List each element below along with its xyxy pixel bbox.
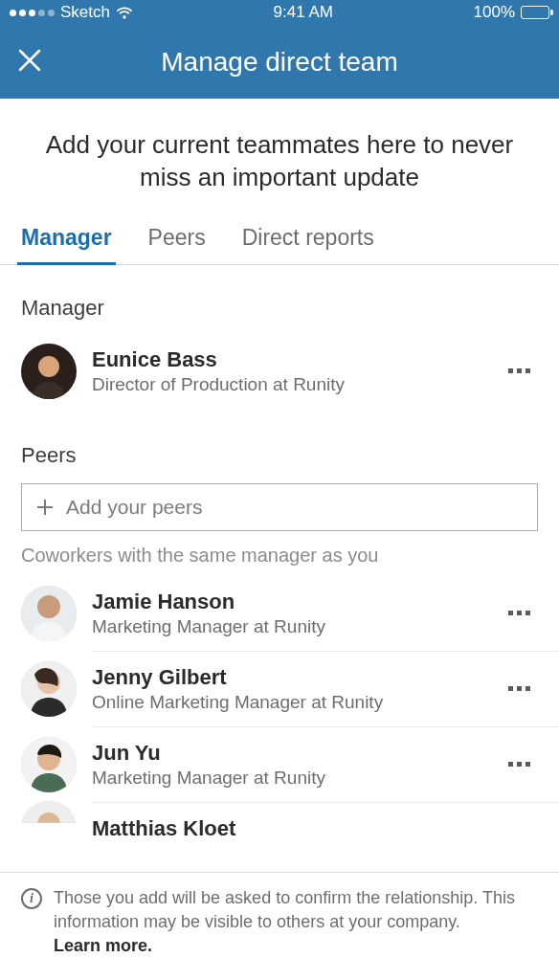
more-button[interactable] (501, 754, 538, 774)
carrier-label: Sketch (60, 3, 110, 22)
more-button[interactable] (501, 679, 538, 699)
person-name: Matthias Kloet (92, 816, 538, 841)
avatar (21, 801, 77, 857)
tab-manager[interactable]: Manager (19, 215, 114, 264)
footer-line1: Those you add will be asked to confirm t… (54, 888, 478, 907)
app-header: Sketch 9:41 AM 100% Manage direct team (0, 0, 559, 99)
avatar (21, 661, 77, 717)
person-title: Marketing Manager at Runity (92, 768, 485, 789)
status-right: 100% (474, 3, 549, 22)
section-label-manager: Manager (0, 265, 559, 330)
plus-icon (35, 498, 55, 517)
list-item[interactable]: Jamie Hanson Marketing Manager at Runity (92, 576, 559, 652)
person-title: Online Marketing Manager at Runity (92, 692, 485, 713)
peer-list: Jamie Hanson Marketing Manager at Runity… (0, 576, 559, 855)
info-icon: i (21, 888, 42, 909)
section-label-peers: Peers (0, 412, 559, 478)
tabs: Manager Peers Direct reports (0, 215, 559, 265)
person-name: Eunice Bass (92, 347, 485, 372)
add-peers-input[interactable]: Add your peers (21, 483, 538, 531)
more-button[interactable] (501, 603, 538, 623)
svg-rect-8 (21, 801, 77, 857)
avatar (21, 586, 77, 641)
status-bar: Sketch 9:41 AM 100% (0, 0, 559, 25)
status-left: Sketch (10, 3, 133, 22)
person-title: Marketing Manager at Runity (92, 616, 485, 637)
wifi-icon (116, 7, 133, 19)
avatar (21, 344, 77, 399)
svg-point-1 (38, 356, 59, 377)
person-name: Jamie Hanson (92, 590, 485, 614)
learn-more-link[interactable]: Learn more. (54, 936, 152, 955)
add-placeholder: Add your peers (66, 496, 202, 519)
close-button[interactable] (17, 48, 42, 77)
battery-pct: 100% (474, 3, 515, 22)
svg-point-3 (37, 595, 60, 618)
person-text: Eunice Bass Director of Production at Ru… (92, 347, 485, 395)
person-text: Jenny Gilbert Online Marketing Manager a… (92, 665, 485, 713)
peers-subtext: Coworkers with the same manager as you (0, 541, 559, 570)
signal-dots-icon (10, 10, 55, 16)
list-item[interactable]: Jun Yu Marketing Manager at Runity (92, 727, 559, 803)
avatar (21, 737, 77, 792)
svg-point-9 (37, 813, 60, 835)
footer-text: Those you add will be asked to confirm t… (54, 886, 538, 967)
tab-direct-reports[interactable]: Direct reports (240, 215, 376, 264)
manager-row[interactable]: Eunice Bass Director of Production at Ru… (0, 330, 559, 412)
dots-icon (508, 368, 513, 373)
content-area: Add your current teammates here to never… (0, 99, 559, 872)
list-item[interactable]: Jenny Gilbert Online Marketing Manager a… (92, 652, 559, 727)
person-text: Jamie Hanson Marketing Manager at Runity (92, 590, 485, 637)
person-name: Jun Yu (92, 741, 485, 766)
intro-text: Add your current teammates here to never… (0, 99, 559, 215)
more-button[interactable] (501, 361, 538, 381)
person-text: Matthias Kloet (92, 816, 538, 841)
battery-icon (521, 6, 549, 19)
person-title: Director of Production at Runity (92, 374, 485, 395)
nav-bar: Manage direct team (0, 25, 559, 99)
close-icon (17, 48, 42, 73)
person-name: Jenny Gilbert (92, 665, 485, 690)
list-item[interactable]: Matthias Kloet (92, 803, 559, 855)
footer-notice: i Those you add will be asked to confirm… (0, 872, 559, 980)
tab-peers[interactable]: Peers (146, 215, 208, 264)
person-text: Jun Yu Marketing Manager at Runity (92, 741, 485, 789)
page-title: Manage direct team (0, 47, 559, 78)
status-time: 9:41 AM (274, 3, 333, 22)
